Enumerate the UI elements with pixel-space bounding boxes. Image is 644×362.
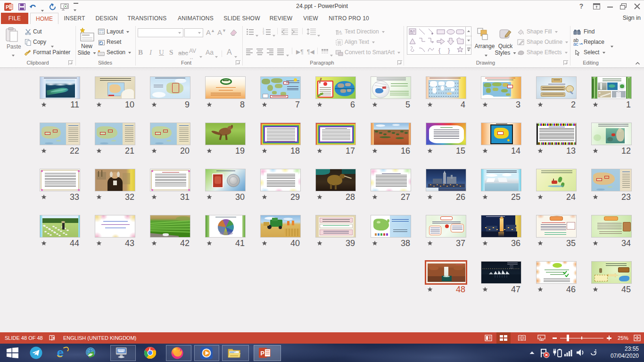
svg-text:P: P: [261, 350, 264, 357]
svg-text:A: A: [339, 30, 342, 34]
svg-text:A: A: [410, 29, 413, 33]
svg-text:}: }: [448, 47, 450, 54]
svg-text:{: {: [438, 47, 441, 54]
